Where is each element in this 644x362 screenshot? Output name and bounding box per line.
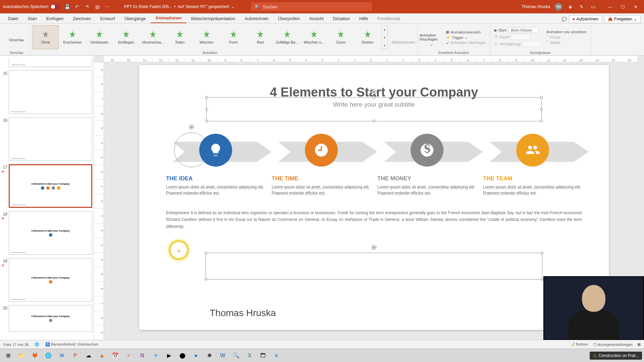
app-icon[interactable]: ▶ (163, 350, 175, 361)
money-circle-icon[interactable] (411, 134, 443, 167)
more-icon[interactable]: ⋯ (104, 3, 111, 10)
card-body[interactable]: Lorem ipsum dolor sit amet, consectetur … (483, 184, 582, 196)
present-icon[interactable]: ▤ (94, 3, 101, 10)
gallery-more-button[interactable]: ▴▾▾ (381, 25, 387, 49)
element-card[interactable]: THE TEAM Lorem ipsum dolor sit amet, con… (483, 128, 582, 196)
animation-erscheinen[interactable]: Erscheinen (59, 25, 86, 49)
move-later-button[interactable]: ˅ Später (546, 40, 587, 45)
tab-ueberpruefen[interactable]: Überprüfen (273, 14, 305, 23)
redo-icon[interactable]: ↷ (84, 3, 91, 10)
animation-painter-button[interactable]: 🖌 Animation übertragen (446, 41, 486, 45)
element-card[interactable]: THE MONEY Lorem ipsum dolor sit amet, co… (377, 128, 476, 196)
accessibility-button[interactable]: ♿ Barrierefreiheit: Untersuchen (45, 342, 98, 347)
toggle-switch-icon[interactable] (50, 4, 60, 9)
time-circle-icon[interactable] (305, 134, 338, 167)
tab-zeichnen[interactable]: Zeichnen (68, 14, 95, 23)
animation-drehen[interactable]: Drehen (355, 25, 381, 49)
rotate-handle-icon[interactable]: ⟳ (372, 245, 376, 250)
edge-icon[interactable]: e (270, 350, 282, 361)
document-title[interactable]: PPT 01 Roter Faden 005... • Auf "diesem … (124, 4, 234, 9)
rotate-handle-icon[interactable]: ⟳ (372, 89, 376, 94)
close-button[interactable]: ✕ (630, 2, 641, 11)
tab-datei[interactable]: Datei (3, 14, 23, 23)
app-icon[interactable]: ❋ (203, 350, 215, 361)
animation-form[interactable]: Form (220, 25, 247, 49)
idea-circle-icon[interactable] (199, 134, 232, 167)
animation-wischen-u-[interactable]: Wischen u... (301, 25, 327, 49)
outlook-icon[interactable]: ✉ (56, 350, 68, 361)
comments-icon[interactable]: 💬 (561, 17, 567, 22)
slide-thumbnail-19[interactable]: 4 Elements to Start your CompanyThomas H… (9, 258, 92, 302)
card-heading[interactable]: THE TEAM (483, 175, 582, 182)
maximize-button[interactable]: ☐ (617, 2, 629, 11)
animation-wischen[interactable]: Wischen (194, 25, 220, 49)
animation-verblassen[interactable]: Verblassen (86, 25, 112, 49)
card-body[interactable]: Lorem ipsum dolor sit amet, consectetur … (377, 184, 476, 196)
slide-thumbnail-20[interactable]: 4 Elements to Start your Company (9, 305, 92, 332)
user-avatar[interactable]: TH (555, 3, 562, 10)
selection-box[interactable]: ⟳ (206, 97, 542, 121)
undo-icon[interactable]: ↶ (74, 3, 80, 10)
animation-ohne[interactable]: Ohne (33, 25, 59, 49)
app-icon[interactable]: 🗔 (257, 350, 269, 361)
diamond-icon[interactable]: ◈ (567, 3, 574, 10)
tab-dictation[interactable]: Dictation (328, 14, 355, 23)
animation-zuf-llige-ba-[interactable]: Zufällige Ba... (274, 25, 300, 49)
element-card[interactable]: THE TIME Lorem ipsum dolor sit amet, con… (272, 128, 371, 196)
element-card[interactable]: ⟳ THE IDEA Lorem ipsum dolor sit amet, c… (166, 128, 265, 196)
language-button[interactable]: 🌐 (35, 342, 39, 347)
team-circle-icon[interactable] (516, 134, 549, 167)
animation-rad[interactable]: Rad (247, 25, 273, 49)
card-heading[interactable]: THE IDEA (166, 175, 265, 182)
tab-aufzeichnen[interactable]: Aufzeichnen (240, 14, 273, 23)
tab-ansicht[interactable]: Ansicht (305, 14, 328, 23)
onenote-icon[interactable]: N (136, 350, 148, 361)
start-button[interactable]: ⊞ (2, 350, 14, 361)
excel-icon[interactable]: X (244, 350, 256, 361)
tab-uebergaenge[interactable]: Übergänge (120, 14, 151, 23)
slide-thumbnail-15[interactable]: Thomas Hruska (9, 70, 92, 114)
normal-view-icon[interactable]: ▦ (637, 342, 641, 347)
animation-zoom[interactable]: Zoom (328, 25, 354, 49)
delay-spinner[interactable] (523, 41, 542, 47)
slide-thumbnail-18[interactable]: 4 Elements to Start your CompanyThomas H… (9, 211, 92, 255)
add-animation-button[interactable]: Animation hinzufügen⌄ (420, 25, 443, 49)
record-button[interactable]: ●Aufzeichnen (569, 15, 602, 23)
start-dropdown[interactable]: Beim Klicken (508, 27, 539, 33)
powerpoint-icon[interactable]: P (69, 350, 81, 361)
search-input[interactable] (263, 4, 369, 9)
slide-canvas[interactable]: ⟳ 4 Elements to Start your Company Write… (139, 65, 609, 330)
card-heading[interactable]: THE TIME (272, 175, 371, 182)
app-icon[interactable]: ☁ (83, 350, 95, 361)
display-settings-button[interactable]: 🖵 Anzeigeeinstellungen (593, 343, 633, 347)
card-heading[interactable]: THE MONEY (377, 175, 476, 182)
explorer-icon[interactable]: 📁 (15, 350, 28, 361)
app-icon[interactable]: 🔍 (230, 350, 242, 361)
slide-thumbnail-16[interactable]: Thomas Hruska (9, 117, 92, 161)
tab-formformat[interactable]: Formformat (373, 14, 405, 23)
share-button[interactable]: 📤Freigeben⌄ (604, 15, 641, 23)
preview-button[interactable]: Vorschau (5, 25, 28, 49)
minimize-button[interactable]: — (604, 2, 616, 11)
tab-entwurf[interactable]: Entwurf (96, 14, 120, 23)
chrome-icon[interactable]: 🌐 (42, 350, 54, 361)
notification-toast[interactable]: ⚠Construction on Prat... (590, 352, 642, 360)
card-body[interactable]: Lorem ipsum dolor sit amet, consectetur … (272, 184, 371, 196)
slide-thumbnail-17[interactable]: 4 Elements to Start your CompanyThomas H… (9, 164, 92, 208)
firefox-icon[interactable]: 🦊 (29, 350, 41, 361)
animation-teilen[interactable]: Teilen (167, 25, 193, 49)
vlc-icon[interactable]: ▲ (96, 350, 108, 361)
move-earlier-button[interactable]: ˄ Früher (546, 35, 587, 39)
tab-animationen[interactable]: Animationen (151, 13, 186, 23)
entrepreneur-paragraph[interactable]: Entrepreneur It is defined as an individ… (166, 209, 582, 230)
author-footer[interactable]: Thomas Hruska (210, 308, 276, 318)
duration-spinner[interactable] (512, 34, 531, 40)
tab-start[interactable]: Start (23, 14, 41, 23)
pen-icon[interactable]: ✎ (578, 3, 585, 10)
notes-button[interactable]: 📝 Notizen (570, 342, 588, 347)
record-icon[interactable]: ● (190, 350, 202, 361)
animation-einfliegen[interactable]: Einfliegen (113, 25, 139, 49)
window-icon[interactable]: ▭ (590, 3, 596, 10)
word-icon[interactable]: W (217, 350, 229, 361)
tab-hilfe[interactable]: Hilfe (355, 14, 373, 23)
